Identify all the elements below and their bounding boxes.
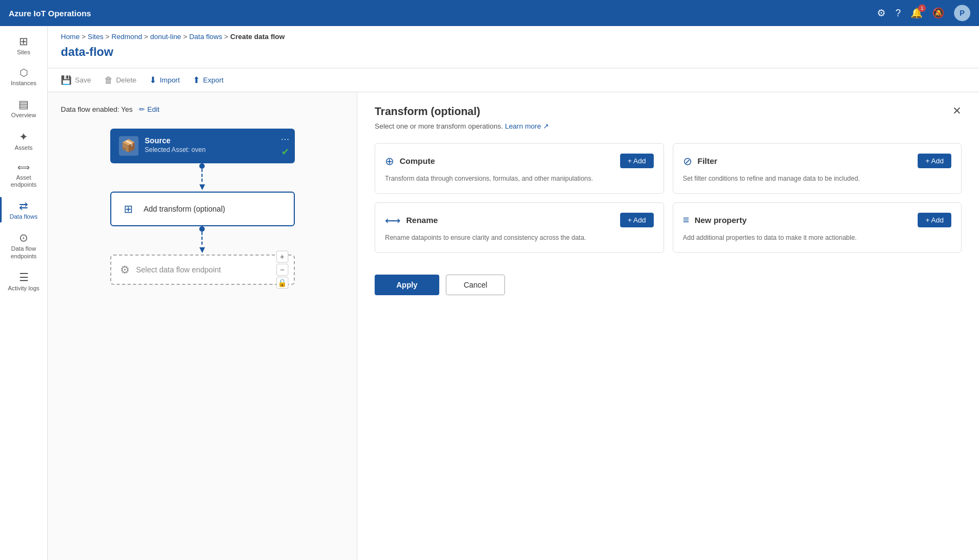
sidebar-label-data-flow-endpoints: Data flow endpoints xyxy=(4,245,43,259)
rename-title: Rename xyxy=(406,215,438,225)
filter-title: Filter xyxy=(698,156,718,166)
sidebar-label-activity-logs: Activity logs xyxy=(8,285,39,292)
save-button[interactable]: 💾 Save xyxy=(61,73,91,87)
toolbar: 💾 Save 🗑 Delete ⬇ Import ⬆ Export xyxy=(48,68,979,92)
filter-icon: ⊘ xyxy=(683,155,692,168)
new-property-icon: ≡ xyxy=(683,214,690,226)
filter-add-button[interactable]: + Add xyxy=(918,154,951,168)
filter-card: ⊘ Filter + Add Set filter conditions to … xyxy=(673,143,962,194)
instances-icon: ⬡ xyxy=(20,68,28,78)
connector-2: ▼ xyxy=(198,226,207,254)
flow-enabled-label: Data flow enabled: Yes xyxy=(61,105,132,113)
new-property-description: Add additional properties to data to mak… xyxy=(683,233,952,243)
help-icon[interactable]: ? xyxy=(895,8,901,19)
data-flows-icon: ⇄ xyxy=(19,200,28,211)
connector-1: ▼ xyxy=(198,163,207,192)
notification-icon[interactable]: 🔔 1 xyxy=(911,7,923,19)
export-icon: ⬆ xyxy=(193,75,200,85)
app-title: Azure IoT Operations xyxy=(9,9,877,18)
transform-panel: Transform (optional) ✕ Select one or mor… xyxy=(357,92,979,560)
endpoint-settings-button[interactable]: 🔒 xyxy=(276,277,288,289)
sidebar-label-instances: Instances xyxy=(11,80,36,87)
apply-button[interactable]: Apply xyxy=(375,275,439,295)
new-property-title: New property xyxy=(694,215,747,225)
flow-enabled-bar: Data flow enabled: Yes ✏ Edit xyxy=(61,105,344,113)
delete-button[interactable]: 🗑 Delete xyxy=(104,73,137,87)
sidebar-item-data-flow-endpoints[interactable]: ⊙ Data flow endpoints xyxy=(0,227,47,264)
endpoint-node-label: Select data flow endpoint xyxy=(136,265,221,274)
filter-description: Set filter conditions to refine and mana… xyxy=(683,174,952,183)
sidebar-item-instances[interactable]: ⬡ Instances xyxy=(0,62,47,91)
connector-arrow-1: ▼ xyxy=(198,182,207,192)
panel-footer: Apply Cancel xyxy=(375,270,962,295)
settings-icon[interactable]: ⚙ xyxy=(877,7,886,19)
sidebar-item-overview[interactable]: ▤ Overview xyxy=(0,93,47,123)
connector-dot-2 xyxy=(199,226,205,232)
compute-description: Transform data through conversions, form… xyxy=(385,174,654,183)
flow-panel: Data flow enabled: Yes ✏ Edit 📦 Source S… xyxy=(48,92,357,560)
connector-dot-1 xyxy=(199,163,205,169)
learn-more-link[interactable]: Learn more ↗ xyxy=(505,122,549,130)
rename-description: Rename datapoints to ensure clarity and … xyxy=(385,233,654,243)
source-node-subtitle: Selected Asset: oven xyxy=(145,146,286,154)
source-node-menu[interactable]: ⋯ xyxy=(281,134,289,144)
sidebar-label-assets: Assets xyxy=(15,144,33,151)
sidebar-item-asset-endpoints[interactable]: ⟺ Asset endpoints xyxy=(0,158,47,193)
transform-panel-title: Transform (optional) xyxy=(375,105,480,118)
endpoint-remove-button[interactable]: − xyxy=(276,264,288,276)
delete-icon: 🗑 xyxy=(104,75,113,85)
topbar-icons: ⚙ ? 🔔 1 🔕 P xyxy=(877,5,970,21)
close-button[interactable]: ✕ xyxy=(952,105,962,116)
import-icon: ⬇ xyxy=(149,75,156,85)
data-flow-endpoints-icon: ⊙ xyxy=(19,232,28,243)
asset-endpoints-icon: ⟺ xyxy=(17,163,30,172)
main-layout: ⊞ Sites ⬡ Instances ▤ Overview ✦ Assets … xyxy=(0,26,979,560)
sidebar-label-overview: Overview xyxy=(11,112,36,119)
notification-badge: 1 xyxy=(918,4,926,12)
endpoint-node[interactable]: ⚙ Select data flow endpoint + − 🔒 xyxy=(110,254,295,285)
sidebar-item-sites[interactable]: ⊞ Sites xyxy=(0,30,47,60)
sidebar-label-data-flows: Data flows xyxy=(10,213,37,220)
sidebar-item-assets[interactable]: ✦ Assets xyxy=(0,126,47,156)
sidebar-item-data-flows[interactable]: ⇄ Data flows xyxy=(0,195,47,225)
rename-add-button[interactable]: + Add xyxy=(620,213,654,227)
new-property-add-button[interactable]: + Add xyxy=(918,213,951,227)
bell-icon[interactable]: 🔕 xyxy=(932,7,944,19)
breadcrumb: Home > Sites > Redmond > donut-line > Da… xyxy=(48,26,979,43)
sidebar-item-activity-logs[interactable]: ☰ Activity logs xyxy=(0,266,47,296)
edit-icon: ✏ xyxy=(139,105,145,113)
sidebar-label-asset-endpoints: Asset endpoints xyxy=(4,174,43,188)
source-node-icon: 📦 xyxy=(119,136,138,156)
transform-subtitle: Select one or more transform operations.… xyxy=(375,122,962,130)
cancel-button[interactable]: Cancel xyxy=(446,275,506,295)
endpoint-add-button[interactable]: + xyxy=(276,251,288,263)
source-node-title: Source xyxy=(145,136,286,145)
assets-icon: ✦ xyxy=(19,131,28,142)
source-node-check-icon: ✔ xyxy=(281,146,289,158)
compute-add-button[interactable]: + Add xyxy=(620,154,654,168)
flow-container: 📦 Source Selected Asset: oven ⋯ ✔ ▼ xyxy=(61,124,344,285)
save-icon: 💾 xyxy=(61,75,72,85)
endpoint-node-icon: ⚙ xyxy=(120,263,130,276)
overview-icon: ▤ xyxy=(18,99,29,110)
transform-node-label: Add transform (optional) xyxy=(144,205,225,213)
topbar: Azure IoT Operations ⚙ ? 🔔 1 🔕 P xyxy=(0,0,979,26)
compute-card: ⊕ Compute + Add Transform data through c… xyxy=(375,143,664,194)
sidebar-label-sites: Sites xyxy=(17,49,30,56)
compute-title: Compute xyxy=(400,156,435,166)
sidebar: ⊞ Sites ⬡ Instances ▤ Overview ✦ Assets … xyxy=(0,26,48,560)
breadcrumb-current: Create data flow xyxy=(230,33,285,41)
export-button[interactable]: ⬆ Export xyxy=(193,73,224,87)
operations-grid: ⊕ Compute + Add Transform data through c… xyxy=(375,143,962,253)
content-area: Home > Sites > Redmond > donut-line > Da… xyxy=(48,26,979,560)
source-node[interactable]: 📦 Source Selected Asset: oven ⋯ ✔ xyxy=(110,129,295,163)
edit-button[interactable]: ✏ Edit xyxy=(139,105,159,113)
transform-node[interactable]: ⊞ Add transform (optional) xyxy=(110,192,295,226)
avatar[interactable]: P xyxy=(954,5,970,21)
transform-node-icon: ⊞ xyxy=(120,200,137,218)
rename-card: ⟷ Rename + Add Rename datapoints to ensu… xyxy=(375,202,664,253)
activity-logs-icon: ☰ xyxy=(19,272,29,283)
import-button[interactable]: ⬇ Import xyxy=(149,73,180,87)
connector-arrow-2: ▼ xyxy=(198,245,207,254)
transform-header: Transform (optional) ✕ xyxy=(375,105,962,118)
